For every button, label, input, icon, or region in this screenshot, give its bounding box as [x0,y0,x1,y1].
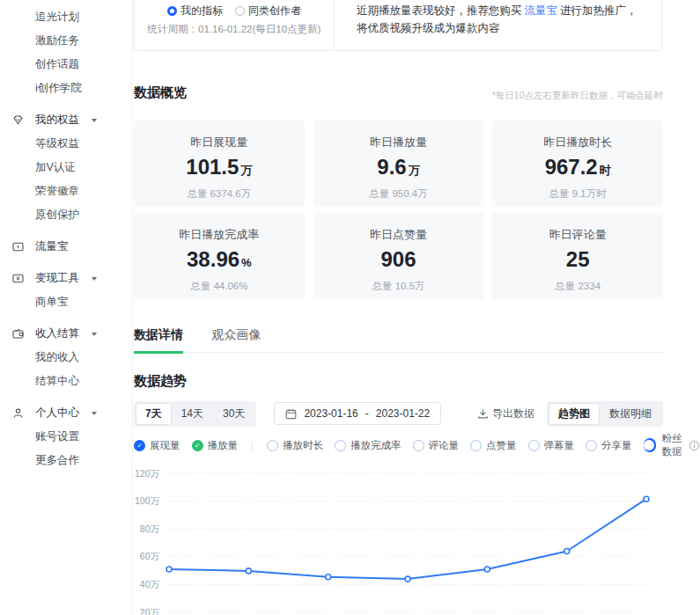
sidebar-item-my-benefits[interactable]: 我的权益 [0,108,132,132]
sidebar-item-monetization-tools[interactable]: ¥变现工具 [0,267,132,290]
stat-card-total: 总量 10.5万 [313,280,484,293]
sidebar-item-honor-badges[interactable]: 荣誉徽章 [0,179,132,203]
stat-card-1: 昨日播放量9.6万总量 950.4万 [313,121,484,207]
data-point-marker [326,575,331,580]
stat-card-unit: 万 [409,164,420,177]
stat-card-unit: 时 [600,164,611,177]
export-data-button[interactable]: 导出数据 [477,406,534,421]
fans-data-toggle[interactable] [644,438,657,452]
radio-my-metrics[interactable]: 我的指标 [167,4,223,18]
sidebar-item-my-income[interactable]: 我的收入 [0,346,132,370]
legend-label: 展现量 [150,439,181,452]
checkbox-checked-icon: ✓ [192,440,203,451]
sidebar-item-incentive-tasks[interactable]: 激励任务 [0,29,132,53]
stat-card-label: 昨日播放时长 [492,135,663,150]
view-option-1[interactable]: 数据明细 [600,403,661,425]
y-axis-tick-label: 20万 [140,607,160,615]
view-option-0[interactable]: 趋势图 [549,403,600,425]
sidebar-item-label: 我的权益 [35,113,79,126]
sidebar-item-settlement-center[interactable]: 结算中心 [0,370,132,393]
legend-completion-rate[interactable]: 播放完成率 [335,439,402,452]
sidebar-item-more-cooperation[interactable]: 更多合作 [0,449,132,472]
legend-impressions[interactable]: ✓展现量 [134,439,181,452]
data-point-marker [166,567,172,572]
range-option-2[interactable]: 30天 [213,403,254,425]
monetize-icon: ¥ [12,273,24,284]
legend-danmaku[interactable]: 弹幕量 [528,439,575,452]
stat-card-total: 总量 950.4万 [313,187,484,201]
sidebar-item-label: 商单宝 [35,296,69,308]
sidebar-item-income-settlement[interactable]: 收入结算 [0,322,132,346]
legend-comments[interactable]: 评论量 [413,439,460,452]
sidebar: 追光计划激励任务创作话题i创作学院我的权益等级权益加V认证荣誉徽章原创保护流量宝… [0,0,133,615]
tab-audience-profile[interactable]: 观众画像 [211,327,261,351]
checkbox-unchecked-icon [528,440,540,451]
sidebar-item-verification[interactable]: 加V认证 [0,156,132,179]
stat-card-value: 967.2 [545,155,598,179]
stat-card-value-row: 906 [313,247,484,272]
traffic-booster-link[interactable]: 流量宝 [525,4,558,17]
trend-line-chart: 120万100万80万60万40万20万 [134,466,663,615]
sidebar-item-commercial-orders[interactable]: 商单宝 [0,290,132,314]
detail-tabs: 数据详情 观众画像 [134,326,663,353]
legend-shares[interactable]: 分享量 [586,439,632,452]
checkbox-unchecked-icon [470,440,482,451]
sidebar-item-label: 结算中心 [35,375,79,387]
legend-label: 评论量 [429,439,460,452]
chevron-down-icon [92,119,97,122]
stat-card-5: 昨日评论量25总量 2334 [492,213,663,299]
stat-card-4: 昨日点赞量906总量 10.5万 [313,213,484,299]
sidebar-item-creation-topics[interactable]: 创作话题 [0,53,132,77]
sidebar-item-traffic-booster[interactable]: 流量宝 [0,235,132,259]
stat-card-value-row: 967.2时 [492,155,663,179]
chevron-down-icon [92,277,97,281]
date-range-picker[interactable]: 2023-01-16 - 2023-01-22 [274,402,441,425]
chevron-down-icon [92,333,97,336]
toggle-knob-icon [644,440,654,450]
radio-my-metrics-label: 我的指标 [181,4,223,18]
sidebar-item-label: 激励任务 [35,34,79,47]
sidebar-item-label: 个人中心 [35,406,79,419]
download-icon [477,408,489,420]
stat-card-value: 25 [566,247,590,271]
promo-text-prefix: 近期播放量表现较好，推荐您购买 [357,4,522,17]
stat-card-unit: % [241,256,252,269]
calendar-icon [285,408,297,420]
data-point-marker [405,576,410,582]
data-point-marker [484,567,490,572]
stat-card-value: 906 [380,247,416,271]
sidebar-item-account-settings[interactable]: 账号设置 [0,425,132,449]
legend-divider: | [251,440,254,450]
tab-data-detail[interactable]: 数据详情 [134,327,183,354]
sidebar-item-label: 我的收入 [35,351,79,363]
sidebar-item-creation-academy[interactable]: i创作学院 [0,77,132,100]
data-point-marker [564,549,570,554]
date-range-end: 2023-01-22 [376,407,430,420]
overview-card-grid: 昨日展现量101.5万总量 6374.6万昨日播放量9.6万总量 950.4万昨… [134,121,663,299]
stat-card-label: 昨日播放量 [313,135,484,150]
sidebar-item-label: 账号设置 [35,430,79,443]
legend-label: 播放时长 [283,439,323,452]
sidebar-item-original-protection[interactable]: 原创保护 [0,203,132,227]
stat-card-label: 昨日播放完成率 [134,227,305,243]
legend-watch-time[interactable]: 播放时长 [267,439,323,452]
legend-likes[interactable]: 点赞量 [470,439,517,452]
sidebar-item-chasing-light-plan[interactable]: 追光计划 [0,5,132,29]
y-axis-tick-label: 100万 [135,495,160,506]
stat-card-value-row: 101.5万 [134,155,305,179]
radio-peer-creators[interactable]: 同类创作者 [235,4,301,18]
range-option-1[interactable]: 14天 [172,403,213,425]
fans-data-group: 粉丝数据 [644,432,700,458]
sidebar-item-label: 流量宝 [35,240,69,253]
sidebar-item-label: 更多合作 [35,454,79,466]
sidebar-item-personal-center[interactable]: 个人中心 [0,401,132,425]
stat-card-unit: 万 [240,164,252,177]
range-option-0[interactable]: 7天 [136,403,172,425]
date-range-segment: 7天14天30天 [134,401,256,427]
stat-card-label: 昨日评论量 [492,227,663,243]
legend-plays[interactable]: ✓播放量 [192,439,239,452]
radio-selected-icon [167,6,177,16]
sidebar-item-label: 创作话题 [35,58,79,70]
y-axis-tick-label: 40万 [140,579,160,589]
sidebar-item-level-benefits[interactable]: 等级权益 [0,132,132,156]
